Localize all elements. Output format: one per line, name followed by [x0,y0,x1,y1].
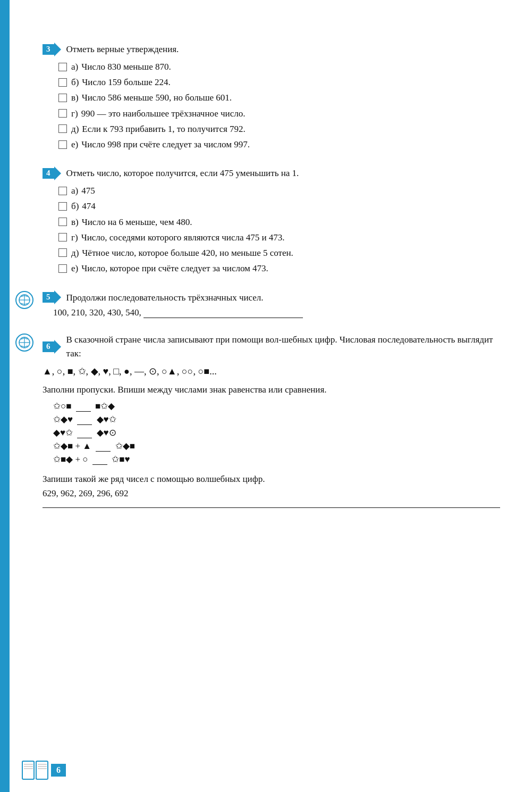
task-6-comp-4-left: ✩◆■ + ▲ [53,441,91,451]
task-3-arrow [54,43,61,56]
task-6-gap-2[interactable] [77,424,92,425]
task-4-option-c: в) Число на 6 меньше, чем 480. [58,215,500,229]
task-6-gap-1[interactable] [76,411,91,412]
task-6-comp-2-left: ✩◆♥ [53,414,73,424]
task-3-number-wrapper: 3 [43,43,61,56]
book-icon [21,759,49,781]
task-3-label-d: г) [71,106,78,121]
task-4-option-e: д) Чётное число, которое больше 420, но … [58,246,500,260]
task-6-gap-4[interactable] [96,451,111,452]
task-6-numbers: 629, 962, 269, 296, 692 [43,488,500,499]
task-4-arrow [54,166,61,180]
task-4-text-a: 475 [81,184,95,198]
task-5-arrow [54,290,61,304]
task-3-text-a: Число 830 меньше 870. [81,60,171,74]
task-3-option-c: в) Число 586 меньше 590, но больше 601. [58,90,500,105]
task-6-fill-instruction: Заполни пропуски. Впиши между числами зн… [43,383,500,397]
task-4-checkbox-a[interactable] [58,187,67,195]
task-3-label-f: е) [71,137,78,152]
task-4-header: 4 Отметь число, которое получится, если … [43,166,500,180]
task-4-section: 4 Отметь число, которое получится, если … [43,166,500,276]
task-5-number: 5 [43,292,54,303]
task-6-comp-5-right: ✩■♥ [112,454,130,464]
task-6-comparisons: ✩○■ ■✩◆ ✩◆♥ ◆♥✩ ◆♥✩ ◆♥⊙ ✩◆■ + ▲ ✩◆■ ✩■◆ … [53,401,500,465]
task-6-magic-sequence: ▲, ○, ■, ✩, ◆, ♥, □, ●, —, ⊙, ○▲, ○○, ○■… [43,363,500,380]
task-3-checkbox-e[interactable] [58,124,67,133]
task-4-checkbox-d[interactable] [58,233,67,241]
task-6-comp-2: ✩◆♥ ◆♥✩ [53,414,500,425]
task-6-number-wrapper: 6 [43,340,61,354]
task-4-title: Отметь число, которое получится, если 47… [66,166,299,180]
task-4-text-f: Число, которое при счёте следует за числ… [81,261,268,276]
task-4-number-wrapper: 4 [43,166,61,180]
task-3-option-f: е) Число 998 при счёте следует за числом… [58,137,500,152]
task-3-title: Отметь верные утверждения. [66,43,179,56]
task-4-options: а) 475 б) 474 в) Число на 6 меньше, чем … [58,184,500,276]
task-3-options: а) Число 830 меньше 870. б) Число 159 бо… [58,60,500,152]
task-4-option-a: а) 475 [58,184,500,198]
brain-icon-6 [15,333,34,354]
task-5-section: 5 Продолжи последовательность трёхзначны… [43,290,500,318]
task-6-answer-line[interactable] [43,507,500,508]
task-3-text-d: 990 — это наибольшее трёхзначное число. [81,106,246,121]
task-4-option-f: е) Число, которое при счёте следует за ч… [58,261,500,276]
task-4-checkbox-f[interactable] [58,264,67,273]
task-3-option-e: д) Если к 793 прибавить 1, то получится … [58,122,500,136]
task-4-checkbox-c[interactable] [58,218,67,226]
task-5-number-wrapper: 5 [43,290,61,304]
task-6-comp-2-right: ◆♥✩ [97,414,116,424]
task-4-label-d: г) [71,230,78,245]
task-4-number: 4 [43,168,54,179]
svg-rect-8 [22,761,34,779]
task-6-comp-3-left: ◆♥✩ [53,428,73,438]
task-3-label-a: а) [71,60,78,74]
task-6-comp-3: ◆♥✩ ◆♥⊙ [53,427,500,438]
task-6-comp-1-left: ✩○■ [53,401,72,411]
task-3-checkbox-f[interactable] [58,140,67,149]
task-6-gap-5[interactable] [92,464,107,465]
left-border [0,0,10,792]
svg-rect-12 [22,761,34,779]
task-4-checkbox-b[interactable] [58,202,67,211]
task-4-label-a: а) [71,184,78,198]
task-3-checkbox-a[interactable] [58,63,67,71]
task-4-text-c: Число на 6 меньше, чем 480. [82,215,192,229]
task-6-header: 6 В сказочной стране числа записывают пр… [43,333,500,360]
task-6-number: 6 [43,341,54,352]
task-3-checkbox-b[interactable] [58,78,67,87]
task-3-text-e: Если к 793 прибавить 1, то получится 792… [82,122,245,136]
task-6-write-instruction: Запиши такой же ряд чисел с помощью волш… [43,472,500,486]
task-6-section: 6 В сказочной стране числа записывают пр… [43,333,500,508]
task-4-text-b: 474 [82,199,96,213]
task-4-label-b: б) [71,199,79,213]
task-6-comp-4: ✩◆■ + ▲ ✩◆■ [53,440,500,452]
task-3-checkbox-d[interactable] [58,109,67,118]
task-3-number: 3 [43,44,54,55]
task-4-label-c: в) [71,215,79,229]
task-6-comp-1: ✩○■ ■✩◆ [53,401,500,412]
task-4-checkbox-e[interactable] [58,248,67,257]
task-6-comp-1-right: ■✩◆ [95,401,115,411]
task-3-text-f: Число 998 при счёте следует за числом 99… [81,137,250,152]
task-3-header: 3 Отметь верные утверждения. [43,43,500,56]
task-3-option-a: а) Число 830 меньше 870. [58,60,500,74]
task-6-gap-3[interactable] [77,438,92,438]
task-6-comp-3-right: ◆♥⊙ [97,428,116,438]
task-5-answer-line[interactable] [143,318,303,318]
task-5-header: 5 Продолжи последовательность трёхзначны… [43,290,500,304]
task-3-text-c: Число 586 меньше 590, но больше 601. [82,90,232,105]
brain-icon-5 [15,290,34,312]
task-3-option-b: б) Число 159 больше 224. [58,75,500,89]
task-4-text-e: Чётное число, которое больше 420, но мен… [82,246,293,260]
page-number: 6 [51,764,66,777]
task-3-label-b: б) [71,75,79,89]
task-4-text-d: Число, соседями которого являются числа … [81,230,285,245]
task-3-section: 3 Отметь верные утверждения. а) Число 83… [43,43,500,152]
task-4-option-b: б) 474 [58,199,500,213]
footer: 6 [21,759,66,781]
task-3-checkbox-c[interactable] [58,94,67,102]
task-6-comp-4-right: ✩◆■ [115,441,135,451]
task-4-label-f: е) [71,261,78,276]
task-5-numbers: 100, 210, 320, 430, 540, [53,307,141,318]
task-3-text-b: Число 159 больше 224. [82,75,170,89]
